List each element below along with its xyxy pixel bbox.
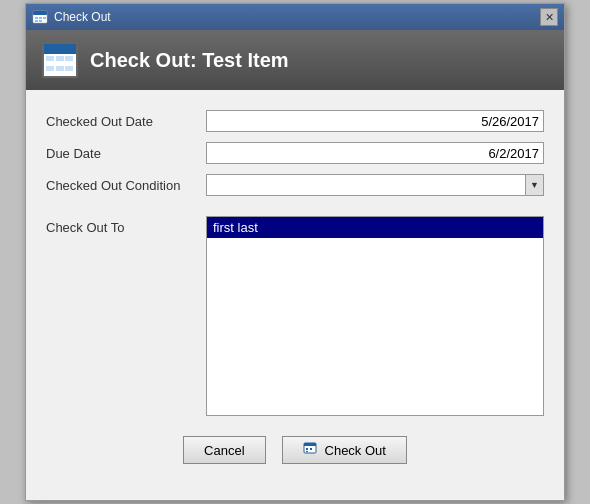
checked-out-date-row: Checked Out Date — [46, 110, 544, 132]
svg-rect-6 — [39, 20, 42, 22]
form-content: Checked Out Date Due Date Checked Out Co… — [26, 90, 564, 500]
checkout-to-label: Check Out To — [46, 216, 206, 235]
checkout-to-row: Check Out To first last — [46, 216, 544, 416]
svg-rect-8 — [304, 443, 316, 446]
svg-rect-3 — [39, 17, 42, 19]
svg-rect-4 — [43, 17, 46, 19]
checkout-label: Check Out — [325, 443, 386, 458]
calendar-icon — [42, 42, 78, 78]
svg-rect-2 — [35, 17, 38, 19]
checkout-btn-icon — [303, 441, 319, 460]
svg-rect-5 — [35, 20, 38, 22]
window-icon — [32, 9, 48, 25]
due-date-input[interactable] — [206, 142, 544, 164]
title-bar-text: Check Out — [54, 10, 111, 24]
cancel-label: Cancel — [204, 443, 244, 458]
svg-rect-10 — [310, 448, 312, 450]
due-date-label: Due Date — [46, 146, 206, 161]
due-date-row: Due Date — [46, 142, 544, 164]
checkout-button[interactable]: Check Out — [282, 436, 407, 464]
checked-out-date-input[interactable] — [206, 110, 544, 132]
check-out-window: Check Out ✕ Check Out: Test Item Checked… — [25, 3, 565, 501]
condition-input[interactable] — [207, 175, 525, 195]
button-row: Cancel Check Out — [46, 426, 544, 480]
checked-out-condition-label: Checked Out Condition — [46, 178, 206, 193]
title-bar: Check Out ✕ — [26, 4, 564, 30]
checkout-to-list[interactable]: first last — [206, 216, 544, 416]
svg-rect-1 — [33, 11, 47, 15]
checked-out-condition-row: Checked Out Condition ▼ — [46, 174, 544, 196]
close-button[interactable]: ✕ — [540, 8, 558, 26]
condition-dropdown-btn[interactable]: ▼ — [525, 175, 543, 195]
checked-out-date-label: Checked Out Date — [46, 114, 206, 129]
condition-select-wrapper: ▼ — [206, 174, 544, 196]
dialog-title: Check Out: Test Item — [90, 49, 289, 72]
cancel-button[interactable]: Cancel — [183, 436, 265, 464]
list-item[interactable]: first last — [207, 217, 543, 238]
header-bar: Check Out: Test Item — [26, 30, 564, 90]
title-bar-left: Check Out — [32, 9, 111, 25]
svg-rect-9 — [306, 448, 308, 450]
svg-rect-11 — [306, 451, 308, 452]
